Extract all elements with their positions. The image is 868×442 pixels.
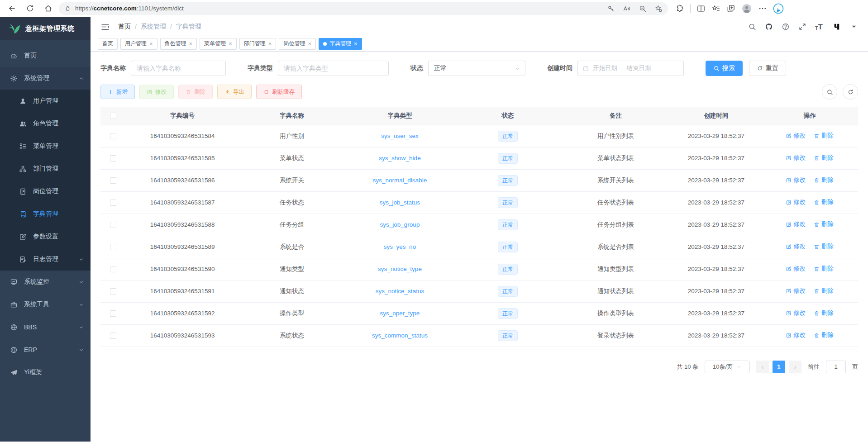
add-favorite-icon[interactable] bbox=[654, 5, 663, 13]
row-edit-button[interactable]: 修改 bbox=[786, 176, 806, 184]
row-checkbox[interactable] bbox=[110, 288, 116, 295]
dict-type-input[interactable] bbox=[278, 61, 389, 76]
goto-page-input[interactable] bbox=[826, 361, 846, 373]
row-delete-button[interactable]: 删除 bbox=[814, 309, 834, 317]
close-icon[interactable]: × bbox=[149, 41, 153, 47]
sidebar-item-system-monitor[interactable]: 系统监控 bbox=[0, 271, 91, 293]
sidebar-item-post-mgmt[interactable]: 岗位管理 bbox=[0, 180, 91, 203]
row-delete-button[interactable]: 删除 bbox=[814, 198, 834, 206]
row-delete-button[interactable]: 删除 bbox=[814, 331, 834, 339]
row-checkbox[interactable] bbox=[110, 177, 116, 184]
row-checkbox[interactable] bbox=[110, 155, 116, 162]
select-all-checkbox[interactable] bbox=[110, 113, 116, 119]
sidebar-item-role-mgmt[interactable]: 角色管理 bbox=[0, 112, 91, 135]
row-checkbox[interactable] bbox=[110, 133, 116, 139]
row-edit-button[interactable]: 修改 bbox=[786, 132, 806, 140]
github-icon[interactable] bbox=[765, 23, 773, 31]
split-screen-icon[interactable] bbox=[696, 4, 706, 13]
row-edit-button[interactable]: 修改 bbox=[786, 198, 806, 206]
breadcrumb-home[interactable]: 首页 bbox=[118, 23, 131, 31]
dict-name-input[interactable] bbox=[131, 61, 226, 76]
row-checkbox[interactable] bbox=[110, 200, 116, 206]
tab-role-mgmt[interactable]: 角色管理 × bbox=[160, 38, 197, 50]
close-icon[interactable]: × bbox=[229, 41, 232, 47]
sidebar-item-erp[interactable]: ERP bbox=[0, 338, 91, 361]
dict-type-link[interactable]: sys_oper_type bbox=[380, 310, 420, 317]
extensions-icon[interactable] bbox=[675, 4, 684, 13]
sidebar-item-system-mgmt[interactable]: 系统管理 bbox=[0, 67, 91, 90]
row-edit-button[interactable]: 修改 bbox=[786, 265, 806, 273]
row-delete-button[interactable]: 删除 bbox=[814, 176, 834, 184]
row-delete-button[interactable]: 删除 bbox=[814, 265, 834, 273]
help-icon[interactable] bbox=[782, 23, 790, 31]
dict-type-link[interactable]: sys_job_status bbox=[380, 199, 420, 206]
search-icon[interactable] bbox=[748, 23, 756, 31]
page-1-button[interactable]: 1 bbox=[773, 361, 785, 373]
tab-user-mgmt[interactable]: 用户管理 × bbox=[120, 38, 157, 50]
fullscreen-icon[interactable] bbox=[798, 23, 806, 31]
close-icon[interactable]: × bbox=[189, 41, 193, 47]
add-button[interactable]: 新增 bbox=[100, 85, 135, 99]
row-checkbox[interactable] bbox=[110, 222, 116, 228]
page-size-select[interactable]: 10条/页 bbox=[705, 361, 750, 373]
more-icon[interactable] bbox=[758, 4, 767, 13]
sidebar-item-param-settings[interactable]: 参数设置 bbox=[0, 225, 91, 248]
row-checkbox[interactable] bbox=[110, 333, 116, 339]
tab-post-mgmt[interactable]: 岗位管理 × bbox=[279, 38, 316, 50]
user-logo-avatar[interactable] bbox=[833, 23, 841, 31]
row-edit-button[interactable]: 修改 bbox=[786, 331, 806, 339]
sidebar-item-home[interactable]: 首页 bbox=[0, 44, 91, 67]
status-select[interactable]: 正常 bbox=[428, 61, 525, 76]
dict-type-link[interactable]: sys_notice_type bbox=[378, 266, 422, 272]
close-icon[interactable]: × bbox=[268, 41, 272, 47]
tab-menu-mgmt[interactable]: 菜单管理 × bbox=[200, 38, 237, 50]
collections-icon[interactable] bbox=[726, 4, 735, 13]
refresh-cache-button[interactable]: 刷新缓存 bbox=[256, 85, 302, 99]
row-checkbox[interactable] bbox=[110, 266, 116, 272]
hamburger-icon[interactable] bbox=[100, 22, 110, 32]
sidebar-item-menu-mgmt[interactable]: 菜单管理 bbox=[0, 135, 91, 157]
tab-home[interactable]: 首页 bbox=[98, 38, 118, 50]
dict-type-link[interactable]: sys_user_sex bbox=[381, 133, 419, 139]
sidebar-item-dict-mgmt[interactable]: 字典管理 bbox=[0, 203, 91, 225]
back-button[interactable] bbox=[5, 1, 19, 16]
dict-type-link[interactable]: sys_job_group bbox=[380, 221, 420, 228]
dict-type-link[interactable]: sys_normal_disable bbox=[373, 177, 427, 184]
search-button[interactable]: 搜索 bbox=[706, 61, 743, 76]
read-aloud-icon[interactable] bbox=[623, 5, 631, 13]
dict-type-link[interactable]: sys_common_status bbox=[372, 332, 428, 339]
bing-icon[interactable] bbox=[773, 3, 784, 14]
dict-type-link[interactable]: sys_show_hide bbox=[379, 155, 420, 162]
row-delete-button[interactable]: 删除 bbox=[814, 132, 834, 140]
favorites-icon[interactable] bbox=[711, 4, 720, 13]
sidebar-item-dept-mgmt[interactable]: 部门管理 bbox=[0, 157, 91, 180]
row-edit-button[interactable]: 修改 bbox=[786, 309, 806, 317]
dict-type-link[interactable]: sys_notice_status bbox=[376, 288, 424, 295]
refresh-button[interactable] bbox=[23, 1, 37, 16]
address-bar[interactable]: https://ccnetcore.com:1101/system/dict bbox=[59, 2, 668, 15]
caret-down-icon[interactable] bbox=[850, 23, 858, 31]
home-button[interactable] bbox=[41, 1, 55, 16]
close-icon[interactable]: × bbox=[308, 41, 311, 47]
refresh-table-button[interactable] bbox=[843, 84, 858, 100]
sidebar-item-user-mgmt[interactable]: 用户管理 bbox=[0, 90, 91, 112]
dict-type-link[interactable]: sys_yes_no bbox=[384, 243, 416, 250]
sidebar-item-bbs[interactable]: BBS bbox=[0, 316, 91, 338]
row-delete-button[interactable]: 删除 bbox=[814, 242, 834, 251]
close-icon[interactable]: × bbox=[354, 41, 358, 47]
sidebar-item-log-mgmt[interactable]: 日志管理 bbox=[0, 248, 91, 271]
key-icon[interactable] bbox=[607, 5, 615, 13]
profile-icon[interactable] bbox=[741, 3, 752, 14]
row-edit-button[interactable]: 修改 bbox=[786, 242, 806, 251]
tab-dept-mgmt[interactable]: 部门管理 × bbox=[239, 38, 277, 50]
row-delete-button[interactable]: 删除 bbox=[814, 287, 834, 295]
row-delete-button[interactable]: 删除 bbox=[814, 154, 834, 162]
zoom-out-icon[interactable] bbox=[639, 5, 647, 13]
text-size-icon[interactable]: TT bbox=[815, 23, 823, 31]
date-range-picker[interactable]: 开始日期 - 结束日期 bbox=[577, 61, 684, 76]
row-edit-button[interactable]: 修改 bbox=[786, 154, 806, 162]
tab-dict-mgmt[interactable]: 字典管理 × bbox=[319, 38, 362, 50]
sidebar-item-yi-framework[interactable]: Yi框架 bbox=[0, 361, 91, 384]
toggle-search-button[interactable] bbox=[822, 84, 837, 100]
export-button[interactable]: 导出 bbox=[217, 85, 252, 99]
